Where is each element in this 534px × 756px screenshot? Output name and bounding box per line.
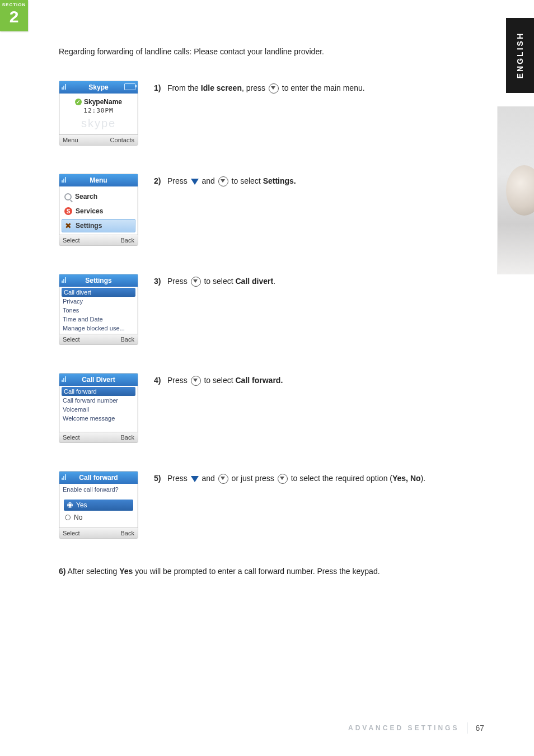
skype-watermark: skype	[81, 117, 116, 130]
menu-item-settings[interactable]: ✖ Settings	[62, 219, 135, 232]
page-footer: ADVANCED SETTINGS 67	[59, 722, 484, 734]
menu-title: Menu	[90, 176, 107, 184]
page-content: Regarding forwarding of landline calls: …	[59, 47, 473, 576]
cf-prompt: Enable call forward?	[62, 485, 135, 494]
signal-icon	[62, 176, 66, 183]
screen-menu: Menu Search S Services ✖ Settings Select	[59, 174, 138, 246]
signal-icon	[62, 276, 66, 283]
section-label: SECTION	[0, 0, 28, 7]
screen-call-divert: Call Divert Call forward Call forward nu…	[59, 373, 138, 443]
section-badge: SECTION 2	[0, 0, 28, 31]
settings-privacy[interactable]: Privacy	[62, 297, 135, 306]
cd-call-forward[interactable]: Call forward	[62, 387, 135, 396]
settings-time-date[interactable]: Time and Date	[62, 315, 135, 324]
settings-tones[interactable]: Tones	[62, 306, 135, 315]
ok-button-icon	[191, 277, 201, 287]
step-3: Settings Call divert Privacy Tones Time …	[59, 274, 473, 345]
cf-softkey-right[interactable]: Back	[121, 530, 134, 536]
step-5-text: 5) Press and or just press to select the…	[154, 471, 473, 484]
cd-softkey-left[interactable]: Select	[63, 434, 80, 441]
ok-button-icon	[269, 83, 279, 94]
screen-idle: Skype ✓ SkypeName 12:30PM skype Menu Con…	[59, 81, 138, 146]
settings-softkey-right[interactable]: Back	[121, 336, 134, 343]
ok-button-icon	[191, 376, 201, 386]
cf-softkey-left[interactable]: Select	[63, 530, 80, 536]
menu-item-services[interactable]: S Services	[62, 204, 135, 218]
idle-skypename: SkypeName	[84, 98, 122, 106]
cd-softkey-right[interactable]: Back	[121, 434, 134, 441]
settings-title: Settings	[85, 277, 111, 284]
settings-call-divert[interactable]: Call divert	[62, 288, 135, 297]
call-forward-title: Call forward	[79, 474, 118, 482]
call-divert-title: Call Divert	[82, 376, 115, 384]
step-4: Call Divert Call forward Call forward nu…	[59, 373, 473, 443]
menu-item-search[interactable]: Search	[62, 190, 135, 203]
step-6: 6) After selecting Yes you will be promp…	[59, 567, 473, 576]
step-1-text: 1) From the Idle screen, press to enter …	[154, 81, 473, 94]
cf-option-no[interactable]: No	[62, 512, 135, 523]
footer-divider	[467, 722, 467, 734]
menu-softkey-right[interactable]: Back	[121, 237, 134, 244]
nav-down-icon	[191, 476, 199, 482]
screen-settings: Settings Call divert Privacy Tones Time …	[59, 274, 138, 345]
settings-icon: ✖	[64, 222, 72, 230]
step-5: Call forward Enable call forward? Yes No…	[59, 471, 473, 539]
idle-softkey-right[interactable]: Contacts	[110, 137, 134, 143]
search-icon	[64, 193, 72, 200]
step-2-text: 2) Press and to select Settings.	[154, 174, 473, 187]
services-icon: S	[64, 207, 72, 215]
idle-title: Skype	[88, 83, 108, 91]
settings-softkey-left[interactable]: Select	[63, 336, 80, 343]
ok-button-icon	[278, 474, 288, 484]
battery-icon	[124, 83, 135, 90]
intro-text: Regarding forwarding of landline calls: …	[59, 47, 473, 56]
signal-icon	[62, 473, 66, 480]
signal-icon	[62, 83, 66, 90]
step-3-text: 3) Press to select Call divert.	[154, 274, 473, 287]
idle-softkey-left[interactable]: Menu	[63, 137, 78, 143]
status-tick-icon: ✓	[75, 99, 82, 105]
ok-button-icon	[218, 474, 228, 484]
settings-blocked[interactable]: Manage blocked use...	[62, 324, 135, 333]
page-number: 67	[475, 724, 484, 732]
ok-button-icon	[218, 176, 228, 186]
language-label: ENGLISH	[516, 32, 524, 78]
step-2: Menu Search S Services ✖ Settings Select	[59, 174, 473, 246]
language-tab: ENGLISH	[506, 18, 534, 93]
cd-welcome-message[interactable]: Welcome message	[62, 414, 135, 423]
nav-down-icon	[191, 179, 199, 185]
side-photo	[497, 106, 534, 274]
step-4-text: 4) Press to select Call forward.	[154, 373, 473, 386]
radio-icon	[67, 502, 73, 508]
idle-titlebar: Skype	[59, 81, 138, 94]
radio-icon	[65, 515, 71, 520]
cf-option-yes[interactable]: Yes	[64, 500, 133, 511]
cd-voicemail[interactable]: Voicemail	[62, 405, 135, 414]
footer-category: ADVANCED SETTINGS	[348, 724, 459, 732]
menu-softkey-left[interactable]: Select	[63, 237, 80, 244]
step-1: Skype ✓ SkypeName 12:30PM skype Menu Con…	[59, 81, 473, 146]
signal-icon	[62, 375, 66, 382]
section-number: 2	[0, 8, 28, 25]
idle-time: 12:30PM	[59, 107, 138, 114]
screen-call-forward: Call forward Enable call forward? Yes No…	[59, 471, 138, 539]
cd-call-forward-number[interactable]: Call forward number	[62, 396, 135, 405]
